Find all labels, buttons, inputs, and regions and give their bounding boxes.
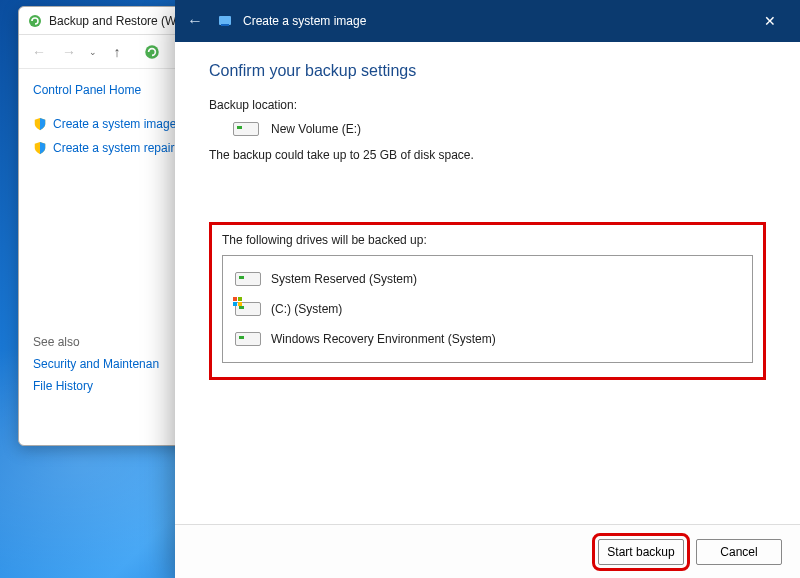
disk-space-warning: The backup could take up to 25 GB of dis… [209,148,766,162]
windows-drive-icon [235,302,261,316]
drive-icon [235,332,261,346]
svg-rect-3 [221,24,229,26]
backup-location-row: New Volume (E:) [233,122,766,136]
nav-up-button[interactable]: ↑ [107,42,127,62]
nav-forward-button[interactable]: → [59,42,79,62]
drive-row: System Reserved (System) [231,264,744,294]
cancel-button[interactable]: Cancel [696,539,782,565]
drive-name: System Reserved (System) [271,272,417,286]
nav-back-button[interactable]: ← [29,42,49,62]
wizard-close-button[interactable]: ✕ [748,6,792,36]
wizard-body: Confirm your backup settings Backup loca… [175,42,800,524]
wizard-footer: Start backup Cancel [175,524,800,578]
svg-rect-2 [219,16,231,25]
drive-row: Windows Recovery Environment (System) [231,324,744,354]
system-image-wizard: ← Create a system image ✕ Confirm your b… [175,0,800,578]
drive-icon [233,122,259,136]
backup-location-value: New Volume (E:) [271,122,361,136]
drive-icon [235,272,261,286]
parent-window-title: Backup and Restore (Wi [49,14,179,28]
wizard-title-icon [217,13,233,29]
start-backup-button[interactable]: Start backup [598,539,684,565]
wizard-title: Create a system image [243,14,366,28]
wizard-heading: Confirm your backup settings [209,62,766,80]
drives-highlight: The following drives will be backed up: … [209,222,766,380]
address-bar-icon [143,43,161,61]
task-label: Create a system image [53,117,176,131]
nav-history-dropdown[interactable]: ⌄ [89,47,97,57]
svg-point-0 [29,15,41,27]
drive-list: System Reserved (System) (C:) (System) W… [222,255,753,363]
shield-icon [33,141,47,155]
svg-point-1 [145,45,159,59]
drive-name: Windows Recovery Environment (System) [271,332,496,346]
drive-name: (C:) (System) [271,302,342,316]
task-label: Create a system repair d [53,141,184,155]
wizard-back-button[interactable]: ← [183,9,207,33]
shield-icon [33,117,47,131]
backup-restore-icon [27,13,43,29]
backup-location-label: Backup location: [209,98,766,112]
drive-row: (C:) (System) [231,294,744,324]
drives-label: The following drives will be backed up: [222,233,753,247]
wizard-titlebar: ← Create a system image ✕ [175,0,800,42]
